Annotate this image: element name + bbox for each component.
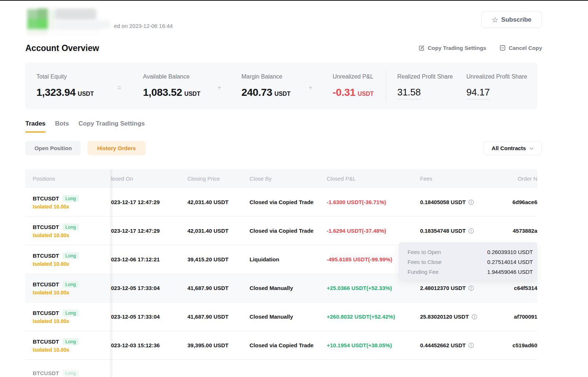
- tab-bots[interactable]: Bots: [55, 120, 69, 133]
- order-no-cell: c64f5314: [510, 285, 537, 291]
- cancel-copy-label: Cancel Copy: [509, 45, 542, 51]
- closed-pnl-value[interactable]: +25.0366 USDT(+52.33%): [327, 285, 392, 291]
- stat-unit: USDT: [78, 91, 94, 97]
- account-stats-bar: Total Equity 1,323.94USDT = Available Ba…: [25, 62, 537, 109]
- table-row[interactable]: BTCUSDT Long Isolated 10.00x 023-12-05 1…: [25, 302, 537, 331]
- stat-label: Total Equity: [36, 73, 67, 80]
- table-row[interactable]: BTCUSDT Long Isolated 10.00x 023-12-17 1…: [25, 188, 537, 217]
- open-position-button[interactable]: Open Position: [25, 141, 81, 155]
- symbol-label: BTCUSDT: [33, 281, 59, 287]
- userinfo-blurred: [55, 21, 110, 29]
- stat-unit: USDT: [184, 91, 201, 97]
- tooltip-value: 1.94459046 USDT: [487, 269, 533, 275]
- stat-label: Available Balance: [143, 73, 190, 80]
- closed-pnl-value[interactable]: -495.6185 USDT(-99.99%): [327, 256, 392, 262]
- copy-trading-settings-link[interactable]: Copy Trading Settings: [419, 45, 486, 51]
- header-fees: Fees: [420, 175, 510, 182]
- closing-price-cell: 39,415.20 USDT: [187, 256, 250, 262]
- close-by-cell: Closed Manually: [250, 313, 327, 320]
- tooltip-value: 0.27514014 USDT: [487, 259, 533, 265]
- cancel-copy-link[interactable]: Cancel Copy: [499, 45, 542, 51]
- closed-on-cell: 023-12-03 15:12:36: [110, 342, 187, 348]
- close-by-cell: Closed via Copied Trade: [250, 228, 327, 234]
- closing-price-cell: 39,395.00 USDT: [187, 342, 250, 348]
- window-top-edge: [0, 0, 588, 1]
- header-closed-pnl: Closed P&L: [327, 175, 420, 182]
- position-cell: BTCUSDT Long Isolated 10.00x: [25, 252, 110, 267]
- stat-value: 1,323.94: [36, 87, 76, 98]
- tab-copy-trading-settings[interactable]: Copy Trading Settings: [79, 120, 145, 133]
- symbol-label: BTCUSDT: [33, 338, 59, 345]
- margin-mode-label: Isolated 10.00x: [33, 347, 110, 353]
- username-blurred: [55, 9, 95, 19]
- side-badge: Long: [62, 224, 79, 231]
- table-row[interactable]: BTCUSDT Long Isolated 10.00x 023-12-03 1…: [25, 331, 537, 360]
- plus-separator: +: [217, 84, 222, 92]
- fees-value: 0.44452662 USDT: [420, 342, 466, 348]
- closed-on-cell: 023-12-17 12:47:29: [110, 199, 187, 205]
- margin-mode-label: Isolated 10.00x: [33, 318, 110, 324]
- stat-label: Margin Balance: [241, 73, 282, 80]
- stat-value: 1,083.52: [143, 87, 182, 98]
- history-orders-button[interactable]: History Orders: [87, 141, 146, 155]
- closed-pnl-value[interactable]: -1.6294 USDT(-37.48%): [327, 228, 386, 234]
- position-cell: BTCUSDT Long Isolated 10.00x: [25, 195, 110, 210]
- closed-on-cell: 023-12-05 17:33:04: [110, 313, 187, 320]
- info-icon[interactable]: [472, 314, 477, 320]
- tooltip-label: Funding Fee: [408, 269, 438, 275]
- equals-separator: =: [117, 84, 122, 92]
- info-icon[interactable]: [468, 342, 474, 348]
- symbol-label: BTCUSDT: [33, 224, 59, 230]
- side-badge: Long: [62, 252, 79, 259]
- info-icon[interactable]: [468, 228, 474, 234]
- stat-label: Realized Profit Share: [397, 73, 453, 80]
- side-badge: Long: [62, 338, 79, 345]
- closing-price-cell: 41,687.90 USDT: [187, 313, 250, 320]
- closed-on-cell: 023-12-05 17:33:04: [110, 285, 187, 291]
- stat-value[interactable]: 31.58: [397, 87, 421, 99]
- position-cell: BTCUSDT Long Isolated 10.00x: [25, 281, 110, 296]
- contracts-dropdown[interactable]: All Contracts: [484, 141, 542, 155]
- closing-price-cell: 42,031.40 USDT: [187, 228, 250, 234]
- contracts-dropdown-value: All Contracts: [492, 145, 526, 151]
- tooltip-label: Fees to Open: [408, 249, 441, 255]
- table-body: BTCUSDT Long Isolated 10.00x 023-12-17 1…: [25, 188, 537, 377]
- subscribe-label: Subscribe: [501, 16, 531, 23]
- table-row[interactable]: BTCUSDT Long Isolated 10.00x 023-12-17 1…: [25, 217, 537, 245]
- closing-price-cell: 42,031.40 USDT: [187, 199, 250, 205]
- info-icon[interactable]: [468, 285, 474, 291]
- close-by-cell: Liquidation: [250, 256, 327, 262]
- symbol-label: BTCUSDT: [33, 310, 59, 316]
- order-no-cell: af700091: [510, 313, 537, 320]
- minus-square-icon: [499, 45, 506, 51]
- subscribe-button[interactable]: ☆ Subscribe: [481, 11, 542, 28]
- fees-value: 0.18354748 USDT: [420, 228, 466, 234]
- page-title: Account Overview: [25, 43, 99, 53]
- info-icon[interactable]: [468, 199, 474, 205]
- margin-mode-label: Isolated 10.00x: [33, 290, 110, 296]
- symbol-label: BTCUSDT: [33, 253, 59, 259]
- position-cell: BTCUSDT Long Isolated 10.00x: [25, 224, 110, 238]
- closed-on-cell: 023-12-06 17:12:21: [110, 256, 187, 262]
- side-badge: Long: [62, 370, 79, 377]
- closed-pnl-value[interactable]: -1.6300 USDT(-36.71%): [327, 199, 386, 205]
- table-row[interactable]: BTCUSDT Long: [25, 360, 537, 377]
- closed-on-cell: 023-12-17 12:47:29: [110, 228, 187, 234]
- fees-value: 0.18405058 USDT: [420, 199, 466, 205]
- stats-divider: [386, 70, 386, 101]
- header-positions: Positions: [25, 175, 110, 182]
- tab-trades[interactable]: Trades: [25, 120, 46, 133]
- tooltip-label: Fees to Close: [408, 259, 442, 265]
- closed-pnl-value[interactable]: +10.1954 USDT(+38.05%): [327, 342, 392, 348]
- fees-value: 25.83020120 USDT: [420, 313, 469, 320]
- header-order-no: Order N: [510, 175, 537, 182]
- stat-unit: USDT: [358, 91, 374, 97]
- stat-value: 240.73: [241, 87, 272, 98]
- stat-label: Unrealized P&L: [333, 73, 373, 80]
- closed-pnl-value[interactable]: +260.8032 USDT(+52.42%): [327, 313, 395, 320]
- stat-value[interactable]: 94.17: [466, 87, 490, 99]
- closing-price-cell: 41,687.90 USDT: [187, 285, 250, 291]
- order-no-cell: 4573882a: [510, 228, 537, 234]
- stat-value: -0.31: [333, 87, 355, 98]
- side-badge: Long: [62, 309, 79, 316]
